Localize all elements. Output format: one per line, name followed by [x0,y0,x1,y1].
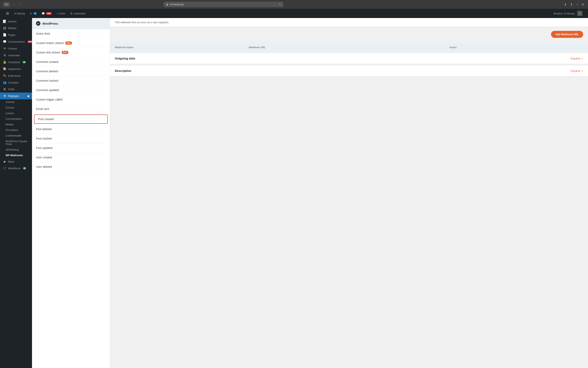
admin-bar-site[interactable]: AI Money [12,9,28,18]
trigger-item-custom-trigger-called[interactable]: Custom trigger called [32,95,110,104]
trigger-item-email-sent[interactable]: Email sent [32,104,110,114]
back-button[interactable]: ‹ [12,2,16,7]
greeting-text: Bonjour, AI Money [553,12,575,15]
trigger-item-comment-deleted[interactable]: Comment deleted [32,67,110,76]
add-webhook-button[interactable]: Add Webhook URL [551,31,583,38]
trigger-item-action-fired[interactable]: Action fired [32,29,110,38]
sidebar-item-commentaires[interactable]: 💬 Commentaires 434 [0,38,32,45]
description-expand-button[interactable]: Expand ∨ [571,69,583,73]
extensions-icon: 🔌 [3,74,6,77]
sidebar-item-wordfence[interactable]: 🛡 Wordfence 2 [0,165,32,172]
webhook-table-header: Webhook Name Webhook URL Action [110,43,588,52]
sidebar-sub-wp-popular-posts[interactable]: WordPress Popular Posts [0,138,32,147]
sidebar-item-contact[interactable]: ✉ Contact [0,45,32,52]
sidebar-item-extensions[interactable]: 🔌 Extensions [0,72,32,79]
reglages-sub-menu: Général Écriture Lecture Commentaires Mé… [0,99,32,158]
sidebar-item-pages[interactable]: 📄 Pages [0,31,32,38]
sidebar-sub-commentaires[interactable]: Commentaires [0,116,32,122]
wp-sidebar: 📝 Articles 🖼 Médias 📄 Pages 💬 Commentair… [0,18,32,368]
trigger-item-custom-link-clicked[interactable]: Custom link clicked Pro [32,48,110,57]
sidebar-item-make[interactable]: ◆ Make [0,158,32,165]
new-tab-button[interactable]: + [576,2,579,7]
trigger-item-user-deleted[interactable]: User deleted [32,162,110,172]
trigger-item-custom-button-clicked[interactable]: Custom button clicked Pro [32,38,110,48]
wp-admin-bar: ⊞ AI Money ↻ 4 💬 434 + Créer ⚙ Automator… [0,9,588,18]
sidebar-toggle-icon[interactable]: ⊟ [3,2,9,7]
sidebar-item-label: Comptes [8,81,18,84]
pro-badge-link: Pro [61,51,68,54]
trigger-item-comment-trashed[interactable]: Comment trashed [32,76,110,85]
webhook-description-text: This webhook fires as soon as a user reg… [115,21,169,24]
pro-badge: Pro [65,41,72,45]
trigger-item-post-created[interactable]: Post created [34,115,108,124]
sidebar-sub-medias[interactable]: Médias [0,122,32,127]
sidebar-sub-general[interactable]: Général [0,99,32,105]
automator-icon: ⚙ [70,12,73,15]
share-button[interactable]: ⬆ [569,2,574,7]
webhook-add-row: Add Webhook URL [110,27,588,43]
sidebar-item-apparence[interactable]: 🎨 Apparence [0,65,32,72]
contact-icon: ✉ [3,47,6,50]
sidebar-sub-confidentialite[interactable]: Confidentialité [0,133,32,138]
outgoing-data-row: Outgoing data Expand ∨ [110,53,588,64]
webhook-panel: This webhook fires as soon as a user reg… [110,18,588,368]
browser-navigation: ‹ › [12,2,22,7]
admin-bar-updates[interactable]: ↻ 4 [28,9,39,18]
address-bar[interactable]: 🔒 ai-money.xyz ↻ [163,2,283,7]
outgoing-data-section: Outgoing data Expand ∨ [110,53,588,64]
admin-bar-site-name: AI Money [14,12,25,15]
admin-bar-automator[interactable]: ⚙ Automator [68,9,88,18]
admin-bar-greeting[interactable]: Bonjour, AI Money A [551,11,585,16]
wp-main: 📝 Articles 🖼 Médias 📄 Pages 💬 Commentair… [0,18,588,368]
download-button[interactable]: ⬇ [563,2,567,7]
commentaires-badge: 434 [27,41,32,43]
sidebar-sub-wp-webhooks[interactable]: WP Webhooks [0,153,32,158]
sidebar-item-label: Réglages [8,94,19,98]
description-expand-label: Expand [571,69,580,73]
admin-bar-create[interactable]: + Créer [54,9,68,18]
admin-bar-right: Bonjour, AI Money A [551,11,585,16]
sidebar-item-articles[interactable]: 📝 Articles [0,18,32,25]
sidebar-item-automator[interactable]: ⚙ Automator [0,52,32,59]
trigger-item-label: Custom button clicked [36,41,64,45]
sidebar-item-label: Apparence [8,67,21,71]
tabs-overview-button[interactable]: ⧉ [581,2,585,7]
trigger-item-post-trashed[interactable]: Post trashed [32,134,110,143]
trigger-item-post-updated[interactable]: Post updated [32,143,110,153]
description-chevron-icon: ∨ [581,69,583,72]
trigger-item-post-deleted[interactable]: Post deleted [32,125,110,134]
description-section: Description Expand ∨ [110,65,588,76]
sidebar-sub-permaliens[interactable]: Permaliens [0,127,32,133]
trigger-item-user-created[interactable]: User created [32,153,110,162]
trigger-item-comment-created[interactable]: Comment created [32,57,110,67]
forward-button[interactable]: › [18,2,22,7]
sidebar-sub-ecriture[interactable]: Écriture [0,105,32,110]
refresh-icon[interactable]: ↻ [279,3,281,6]
sidebar-item-reglages[interactable]: ⚙ Réglages ◀ [0,92,32,99]
sidebar-item-medias[interactable]: 🖼 Médias [0,25,32,31]
sidebar-item-complianz[interactable]: 🔒 Complianz 2 [0,59,32,65]
sidebar-item-comptes[interactable]: 👥 Comptes [0,79,32,86]
apparence-icon: 🎨 [3,67,6,71]
complianz-badge: 2 [23,61,26,63]
articles-icon: 📝 [3,20,6,23]
sidebar-item-label: Make [8,160,14,163]
sidebar-item-label: Commentaires [8,40,25,43]
table-header-name: Webhook Name [115,46,249,49]
automator-icon: ⚙ [3,54,6,57]
sidebar-item-label: Wordfence [8,167,21,170]
outgoing-data-expand-button[interactable]: Expand ∨ [571,57,583,60]
updates-badge: 4 [33,12,37,15]
admin-bar-comments[interactable]: 💬 434 [39,9,54,18]
browser-chrome: ⊟ ‹ › 🔒 ai-money.xyz ↻ ⬇ ⬆ + ⧉ [0,0,588,9]
wp-logo[interactable]: ⊞ [3,9,12,18]
sidebar-sub-seowriting[interactable]: SEOWriting [0,147,32,153]
trigger-item-comment-updated[interactable]: Comment updated [32,85,110,95]
sidebar-item-outils[interactable]: 🛠 Outils [0,86,32,92]
sidebar-item-label: Pages [8,33,15,37]
sidebar-sub-lecture[interactable]: Lecture [0,110,32,116]
sidebar-item-label: Automator [8,54,20,57]
comptes-icon: 👥 [3,81,6,84]
sidebar-item-label: Articles [8,20,17,23]
create-label: + Créer [57,12,65,15]
